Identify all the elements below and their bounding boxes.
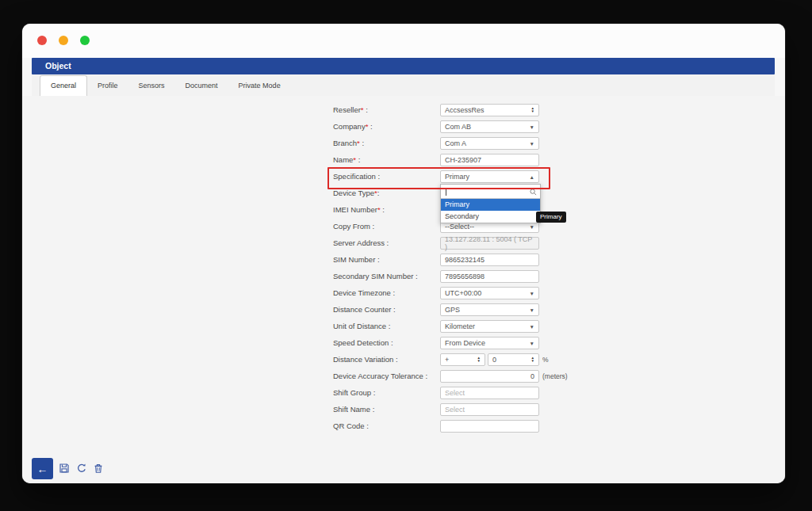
close-window-button[interactable]: [37, 36, 47, 45]
secondary-sim-number-field[interactable]: [440, 270, 539, 283]
device-accuracy-tolerance-field[interactable]: [440, 370, 539, 383]
server-address-field: 13.127.228.11 : 5004 ( TCP ): [440, 237, 539, 250]
sim-number-field[interactable]: [440, 254, 539, 266]
reseller-select[interactable]: AccsessRes▲▼: [440, 104, 539, 116]
back-button[interactable]: ←: [32, 458, 53, 479]
device-type-label: Device Type*:: [333, 187, 440, 200]
secondary-sim-number-label: Secondary SIM Number :: [333, 270, 440, 283]
reseller-label: Reseller* :: [333, 104, 440, 116]
name-label: Name* :: [333, 154, 440, 166]
meters-suffix-label: (meters): [542, 370, 568, 383]
shift-name-field[interactable]: [440, 403, 539, 416]
app-window: Object General Profile Sensors Document …: [22, 24, 785, 483]
branch-select[interactable]: Com A▼: [440, 137, 539, 150]
percent-suffix-label: %: [542, 353, 549, 366]
chevron-down-icon: ▼: [530, 324, 534, 330]
specification-select[interactable]: Primary▲: [440, 170, 539, 183]
distance-variation-label: Distance Variation :: [333, 353, 440, 366]
company-select[interactable]: Com AB▼: [440, 120, 539, 133]
chevron-down-icon: ▼: [530, 291, 534, 296]
chevron-up-icon: ▲: [530, 174, 534, 180]
maximize-window-button[interactable]: [80, 36, 90, 45]
copy-from-label: Copy From :: [333, 220, 440, 233]
tab-document[interactable]: Document: [175, 76, 228, 96]
refresh-icon: [75, 462, 88, 475]
page-title: Object: [32, 58, 775, 74]
device-accuracy-tolerance-label: Device Accuracy Tolerance :: [333, 370, 440, 383]
imei-number-label: IMEI Number* :: [333, 204, 440, 216]
speed-detection-select[interactable]: From Device▼: [440, 337, 539, 349]
chevron-down-icon: ▼: [530, 141, 534, 147]
minimize-window-button[interactable]: [59, 36, 68, 45]
company-label: Company* :: [333, 120, 440, 133]
tab-sensors[interactable]: Sensors: [128, 76, 175, 96]
speed-detection-label: Speed Detection :: [333, 337, 440, 349]
device-timezone-label: Device Timezone :: [333, 287, 440, 299]
qr-code-label: QR Code :: [333, 420, 440, 433]
device-timezone-select[interactable]: UTC+00:00▼: [440, 287, 539, 299]
chevron-down-icon: ▼: [530, 341, 534, 346]
distance-variation-sign-select[interactable]: +▲▼: [440, 353, 485, 366]
distance-counter-label: Distance Counter :: [333, 303, 440, 316]
qr-code-field[interactable]: [440, 420, 539, 433]
branch-label: Branch* :: [333, 137, 440, 150]
text-cursor: [446, 188, 446, 196]
shift-name-label: Shift Name :: [333, 403, 440, 416]
tab-profile[interactable]: Profile: [87, 76, 128, 96]
chevron-down-icon: ▼: [530, 224, 534, 230]
save-button[interactable]: [58, 462, 71, 475]
shift-group-field[interactable]: [440, 387, 539, 399]
stepper-icon: ▲▼: [531, 107, 534, 113]
chevron-down-icon: ▼: [530, 124, 534, 130]
refresh-button[interactable]: [75, 462, 88, 475]
save-icon: [58, 462, 71, 475]
tab-general[interactable]: General: [40, 75, 87, 96]
specification-dropdown-panel: Primary Secondary: [440, 184, 541, 223]
tab-private-mode[interactable]: Private Mode: [228, 76, 291, 96]
dropdown-search-input[interactable]: [441, 185, 540, 199]
search-icon: [530, 185, 537, 199]
tooltip: Primary: [536, 212, 566, 223]
stepper-icon: ▲▼: [477, 357, 481, 363]
distance-variation-value-select[interactable]: 0▲▼: [488, 353, 539, 366]
delete-button[interactable]: [92, 462, 105, 475]
shift-group-label: Shift Group :: [333, 387, 440, 399]
dropdown-option-primary[interactable]: Primary: [441, 199, 540, 211]
back-arrow-icon: ←: [37, 463, 48, 475]
dropdown-option-secondary[interactable]: Secondary: [441, 211, 540, 223]
trash-icon: [92, 462, 105, 475]
unit-of-distance-label: Unit of Distance :: [333, 320, 440, 333]
titlebar: [22, 24, 785, 58]
name-field[interactable]: [440, 154, 539, 166]
tab-bar: General Profile Sensors Document Private…: [32, 74, 775, 97]
specification-label: Specification :: [333, 170, 440, 183]
server-address-label: Server Address :: [333, 237, 440, 250]
distance-counter-select[interactable]: GPS▼: [440, 303, 539, 316]
unit-of-distance-select[interactable]: Kilometer▼: [440, 320, 539, 333]
stepper-icon: ▲▼: [531, 357, 534, 363]
sim-number-label: SIM Number :: [333, 254, 440, 266]
chevron-down-icon: ▼: [530, 307, 534, 313]
